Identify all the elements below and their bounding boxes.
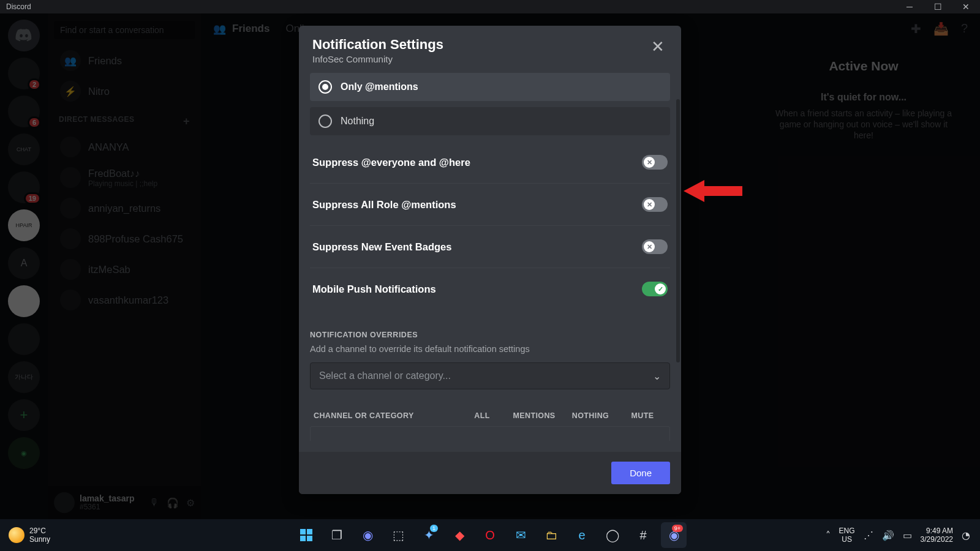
col-mute: MUTE (619, 411, 666, 420)
col-nothing: NOTHING (562, 411, 619, 420)
chevron-down-icon: ⌄ (653, 370, 661, 382)
toggle-knob-icon: ✓ (655, 283, 666, 294)
wifi-icon[interactable]: ⋰ (864, 530, 873, 541)
taskbar-app-icon[interactable]: e (569, 522, 595, 548)
toggle-label: Suppress All Role @mentions (312, 199, 456, 211)
col-all: ALL (458, 411, 506, 420)
sun-icon (9, 527, 24, 543)
radio-icon (318, 80, 332, 94)
done-button[interactable]: Done (611, 462, 670, 484)
modal-subtitle: InfoSec Community (312, 54, 443, 64)
svg-marker-0 (684, 180, 742, 202)
toggle-mobile-push[interactable]: ✓ (642, 282, 668, 296)
taskbar-app-icon[interactable]: ◯ (600, 522, 625, 548)
overrides-section-description: Add a channel to override its default no… (310, 344, 670, 354)
taskbar-app-icon[interactable]: ⬚ (385, 522, 411, 548)
toggle-suppress-event-badges[interactable]: ✕ (642, 239, 668, 254)
window-close-button[interactable]: ✕ (952, 0, 980, 13)
taskbar-app-icon[interactable]: # (630, 522, 656, 548)
modal-scrollbar[interactable] (676, 99, 680, 362)
toggle-suppress-role-mentions[interactable]: ✕ (642, 197, 668, 212)
weather-cond: Sunny (29, 535, 50, 544)
app-title: Discord (6, 2, 31, 11)
taskbar-app-icon[interactable]: ◆ (447, 522, 472, 548)
volume-icon[interactable]: 🔊 (882, 530, 894, 541)
col-channel: CHANNEL OR CATEGORY (314, 411, 458, 420)
radio-icon (318, 114, 332, 128)
overrides-section-header: NOTIFICATION OVERRIDES (310, 331, 670, 339)
close-button[interactable]: ✕ (648, 37, 668, 56)
clock-date: 3/29/2022 (921, 535, 953, 544)
col-mentions: MENTIONS (506, 411, 562, 420)
lang-line2: US (839, 535, 855, 544)
radio-nothing[interactable]: Nothing (310, 107, 670, 135)
radio-label: Only @mentions (341, 81, 418, 92)
taskbar-app-discord[interactable]: ◉9+ (661, 522, 687, 548)
radio-only-mentions[interactable]: Only @mentions (310, 73, 670, 101)
weather-temp: 29°C (29, 527, 50, 535)
toggle-knob-icon: ✕ (644, 241, 655, 252)
toggle-label: Suppress New Event Badges (312, 241, 451, 253)
window-maximize-button[interactable]: ☐ (924, 0, 952, 13)
modal-title: Notification Settings (312, 37, 443, 53)
toggle-suppress-everyone[interactable]: ✕ (642, 155, 668, 170)
taskbar-app-icon[interactable]: ❐ (324, 522, 350, 548)
annotation-arrow (684, 176, 742, 208)
window-minimize-button[interactable]: ─ (895, 0, 924, 13)
taskbar-app-icon[interactable]: O (477, 522, 503, 548)
battery-icon[interactable]: ▭ (903, 530, 912, 541)
done-label: Done (630, 468, 652, 478)
select-placeholder: Select a channel or category... (319, 370, 451, 381)
toggle-label: Suppress @everyone and @here (312, 157, 470, 168)
override-channel-select[interactable]: Select a channel or category... ⌄ (310, 362, 670, 389)
taskbar-app-icon[interactable]: 🗀 (538, 522, 564, 548)
clock-time: 9:49 AM (921, 527, 953, 535)
taskbar-weather[interactable]: 29°C Sunny (0, 527, 50, 544)
toggle-label: Mobile Push Notifications (312, 283, 436, 295)
tray-clock[interactable]: 9:49 AM 3/29/2022 (921, 527, 953, 544)
windows-taskbar: 29°C Sunny ❐ ◉ ⬚ ✦1 ◆ O ✉ 🗀 e ◯ # ◉9+ ˄ … (0, 519, 980, 551)
radio-label: Nothing (341, 116, 374, 127)
taskbar-app-icon[interactable]: ◉ (355, 522, 380, 548)
override-table-header: CHANNEL OR CATEGORY ALL MENTIONS NOTHING… (310, 411, 670, 426)
toggle-knob-icon: ✕ (644, 199, 655, 210)
lang-line1: ENG (839, 527, 855, 535)
taskbar-app-icon[interactable]: ✉ (508, 522, 533, 548)
toggle-knob-icon: ✕ (644, 157, 655, 168)
close-icon: ✕ (651, 37, 665, 56)
start-button[interactable] (293, 522, 319, 548)
notifications-icon[interactable]: ◔ (962, 530, 970, 541)
notification-settings-modal: Notification Settings InfoSec Community … (299, 26, 681, 494)
taskbar-app-icon[interactable]: ✦1 (416, 522, 442, 548)
tray-language[interactable]: ENG US (839, 527, 855, 544)
tray-chevron-icon[interactable]: ˄ (826, 530, 831, 541)
override-table-body (310, 426, 670, 441)
